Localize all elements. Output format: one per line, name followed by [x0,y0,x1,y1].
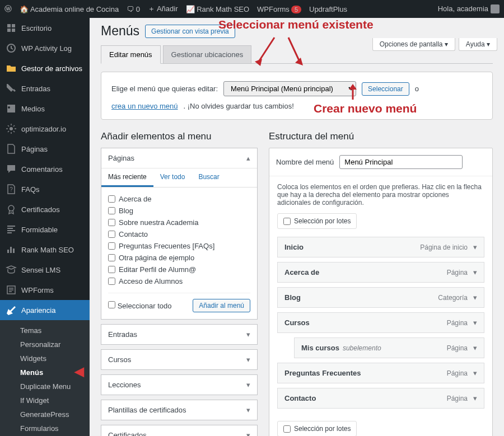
bulk-select-checkbox[interactable] [283,218,291,225]
checkbox[interactable] [108,254,115,261]
account-greeting[interactable]: Hola, academia [438,4,500,14]
sidebar-item-rank-math[interactable]: Rank Math SEO [0,240,90,260]
menu-item-row[interactable]: InicioPágina de inicio▾ [277,237,484,257]
updraft-link[interactable]: UpdraftPlus [309,5,347,13]
sidebar-item-comments[interactable]: Comentarios [0,159,90,179]
menu-name-input[interactable] [339,155,463,169]
submenu-widgets[interactable]: Widgets [0,351,90,365]
page-item[interactable]: Editar Perfil de Alumn@ [108,264,250,275]
submenu-generatepress[interactable]: GeneratePress [0,407,90,421]
tab-most-recent[interactable]: Más reciente [101,168,153,187]
tab-manage-locations[interactable]: Gestionar ubicaciones [163,45,252,64]
submenu-forms[interactable]: Formularios [0,421,90,435]
select-menu-box: Elige el menú que quieras editar: Menú P… [101,72,493,120]
bulk-select-checkbox[interactable] [283,425,291,433]
add-to-menu-button[interactable]: Añadir al menú [193,299,250,312]
sidebar-item-formidable[interactable]: Formidable [0,219,90,240]
checkbox[interactable] [108,219,115,226]
bulk-select-bottom[interactable]: Selección por lotes [277,421,357,436]
checkbox[interactable] [108,207,115,214]
menu-item-row[interactable]: Preguntas FrecuentesPágina▾ [277,363,484,383]
panel-cert-templates-header[interactable]: Plantillas de certificados▾ [101,400,257,420]
structure-heading: Estructura del menú [269,131,493,142]
site-name[interactable]: 🏠 Academia online de Cocina [20,5,119,13]
checkbox[interactable] [108,266,115,273]
menu-item-row[interactable]: ContactoPágina▾ [277,388,484,409]
submenu-menus[interactable]: Menús◀ [0,365,90,379]
svg-point-1 [10,127,13,130]
chevron-down-icon[interactable]: ▾ [473,243,477,251]
submenu-duplicate-menu[interactable]: Duplicate Menu [0,379,90,393]
submenu-if-widget[interactable]: If Widget [0,393,90,407]
sidebar-item-wpforms[interactable]: WPForms [0,280,90,300]
submenu-customize[interactable]: Personalizar [0,337,90,351]
screen-options-tab[interactable]: Opciones de pantalla ▾ [372,38,455,51]
admin-sidebar: Escritorio WP Activity Log Gestor de arc… [0,18,90,436]
chevron-down-icon[interactable]: ▾ [473,268,477,276]
sidebar-item-posts[interactable]: Entradas [0,78,90,99]
page-item[interactable]: Acerca de [108,193,250,205]
manage-preview-button[interactable]: Gestionar con vista previa [145,25,235,38]
page-item[interactable]: Contacto [108,228,250,240]
panel-courses-header[interactable]: Cursos▾ [101,350,257,369]
sidebar-item-sensei[interactable]: Sensei LMS [0,260,90,280]
rank-math-link[interactable]: 📈 Rank Math SEO [186,5,250,13]
tab-view-all[interactable]: Ver todo [153,168,192,187]
admin-bar: ⓦ 🏠 Academia online de Cocina 🗨 0 ＋ Añad… [0,0,504,18]
wpforms-link[interactable]: WPForms5 [257,5,301,13]
sidebar-item-activity-log[interactable]: WP Activity Log [0,38,90,58]
sidebar-item-appearance[interactable]: Apariencia [0,300,90,320]
chevron-up-icon: ▴ [246,154,250,162]
or-text: o [415,85,419,93]
svg-point-3 [8,205,14,211]
select-menu-button[interactable]: Seleccionar [362,82,409,96]
checkbox[interactable] [108,242,115,250]
select-all-checkbox[interactable] [108,301,115,308]
sidebar-item-optimizador[interactable]: optimizador.io [0,119,90,139]
select-all[interactable]: Seleccionar todo [108,301,171,310]
menu-item-row[interactable]: CursosPágina▾ [277,312,484,333]
panel-lessons-header[interactable]: Lecciones▾ [101,375,257,395]
menu-item-row[interactable]: Acerca dePágina▾ [277,262,484,283]
page-item[interactable]: Otra página de ejemplo [108,252,250,264]
page-item[interactable]: Sobre nuestra Academia [108,217,250,228]
menu-select[interactable]: Menú Principal (Menú principal) [223,81,356,96]
page-item[interactable]: Blog [108,205,250,217]
create-new-menu-link[interactable]: crea un nuevo menú [111,102,178,110]
chevron-down-icon[interactable]: ▾ [473,344,477,352]
wp-logo-icon[interactable]: ⓦ [4,4,12,14]
sidebar-item-media[interactable]: Medios [0,99,90,119]
panel-entries-header[interactable]: Entradas▾ [101,325,257,344]
chevron-down-icon[interactable]: ▾ [473,369,477,377]
chevron-down-icon: ▾ [246,355,250,364]
sidebar-item-file-manager[interactable]: Gestor de archivos [0,58,90,78]
bulk-select-top[interactable]: Selección por lotes [277,213,357,229]
checkbox[interactable] [108,195,115,203]
help-tab[interactable]: Ayuda ▾ [459,38,497,51]
chevron-down-icon[interactable]: ▾ [473,293,477,302]
tab-edit-menus[interactable]: Editar menús [101,45,161,64]
page-item[interactable]: Acceso de Alumnos [108,275,250,287]
chevron-down-icon[interactable]: ▾ [473,318,477,327]
panel-courses: Cursos▾ [101,349,258,370]
sidebar-item-dashboard[interactable]: Escritorio [0,18,90,38]
panel-certificates: Certificados▾ [101,425,258,436]
panel-certificates-header[interactable]: Certificados▾ [101,425,257,436]
submenu-themes[interactable]: Temas [0,324,90,337]
panel-pages-header[interactable]: Páginas▴ [101,148,257,168]
chevron-down-icon[interactable]: ▾ [473,394,477,402]
pages-checklist: Acerca de Blog Sobre nuestra Academia Co… [108,193,250,287]
checkbox[interactable] [108,278,115,285]
chevron-down-icon: ▾ [246,406,250,414]
page-item[interactable]: Preguntas Frecuentes [FAQs] [108,240,250,252]
add-new-link[interactable]: ＋ Añadir [148,4,178,14]
checkbox[interactable] [108,231,115,238]
comments-link[interactable]: 🗨 0 [127,5,140,13]
menu-item-row-sub[interactable]: Mis cursossubelementoPágina▾ [294,337,484,358]
screen-meta-links: Opciones de pantalla ▾ Ayuda ▾ [372,38,497,51]
sidebar-item-pages[interactable]: Páginas [0,139,90,159]
sidebar-item-certificates[interactable]: Certificados [0,199,90,219]
tab-search[interactable]: Buscar [192,168,226,187]
sidebar-item-faqs[interactable]: ?FAQs [0,179,90,199]
menu-item-row[interactable]: BlogCategoría▾ [277,287,484,308]
